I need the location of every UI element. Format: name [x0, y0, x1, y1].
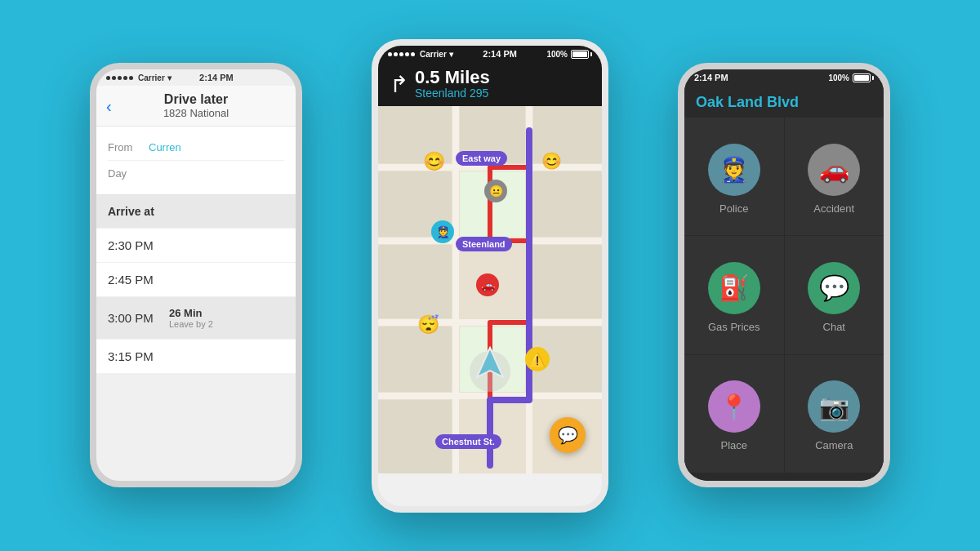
position-circle	[470, 351, 510, 392]
chat-icon: 💬	[819, 273, 849, 302]
street-name: Oak Land Blvd	[696, 94, 872, 111]
center-dot-5	[411, 52, 415, 56]
emoji-marker-5: 😴	[417, 314, 439, 335]
time-245: 2:45 PM	[108, 273, 169, 287]
turn-arrow-icon: ↱	[390, 71, 408, 98]
time-list: Arrive at 2:30 PM 2:45 PM 3:00 PM 26 Min…	[96, 195, 296, 374]
place-label: Place	[720, 439, 747, 451]
chat-icon-circle: 💬	[808, 262, 860, 314]
map-area: East way Steenland Chestnut St. 😊 😐 👮 🚗 …	[378, 106, 602, 473]
orange-btn-icon: 💬	[558, 425, 578, 445]
day-row[interactable]: Day	[108, 161, 284, 186]
signal-dot-3	[118, 76, 122, 80]
svg-rect-4	[378, 327, 452, 392]
left-status-bar: Carrier ▾ 2:14 PM	[96, 69, 296, 86]
from-label: From	[108, 141, 149, 153]
right-time: 2:14 PM	[694, 73, 728, 82]
place-icon: 📍	[719, 393, 749, 421]
left-header: ‹ Drive later 1828 National	[96, 86, 296, 127]
center-dot-1	[388, 52, 392, 56]
right-status-bar: 2:14 PM 100%	[684, 69, 884, 86]
carrier-label: Carrier	[138, 73, 165, 82]
emoji-marker-3: 👮	[431, 220, 454, 243]
gas-icon: ⛽	[719, 273, 749, 302]
center-dot-4	[405, 52, 409, 56]
center-dot-3	[399, 52, 403, 56]
accident-item[interactable]: 🚗 Accident	[785, 118, 884, 235]
camera-icon: 📷	[819, 393, 849, 421]
police-item[interactable]: 👮 Police	[684, 118, 784, 235]
emoji-marker-1: 😊	[423, 151, 445, 172]
time-row-315[interactable]: 3:15 PM	[96, 340, 296, 374]
camera-item[interactable]: 📷 Camera	[785, 355, 884, 473]
leave-by-label: Leave by 2	[169, 319, 213, 329]
from-row[interactable]: From Curren	[108, 135, 284, 161]
svg-rect-3	[378, 245, 452, 318]
time-row-300[interactable]: 3:00 PM 26 Min Leave by 2	[96, 297, 296, 340]
police-label: Police	[719, 202, 748, 215]
gas-icon-circle: ⛽	[708, 262, 760, 314]
signal-dot-1	[106, 76, 110, 80]
right-header: Oak Land Blvd	[684, 86, 884, 118]
time-315: 3:15 PM	[108, 349, 169, 363]
accident-icon: 🚗	[819, 155, 849, 184]
signal-dot-2	[112, 76, 116, 80]
camera-icon-circle: 📷	[808, 380, 860, 433]
time-row-230[interactable]: 2:30 PM	[96, 229, 296, 263]
nav-street: Steenland 295	[415, 87, 490, 100]
center-dot-2	[394, 52, 398, 56]
nav-distance: 0.5 Miles	[415, 69, 490, 87]
phones-container: Carrier ▾ 2:14 PM ‹ Drive later 1828 Nat…	[0, 0, 980, 551]
signal-dot-4	[123, 76, 127, 80]
emoji-marker-4: 🚗	[476, 273, 499, 296]
place-item[interactable]: 📍 Place	[684, 355, 784, 473]
center-battery-icon	[571, 50, 592, 59]
svg-rect-8	[533, 171, 602, 237]
police-icon: 👮	[719, 155, 749, 184]
center-carrier-signal: Carrier ▾	[388, 50, 453, 59]
time-row-245[interactable]: 2:45 PM	[96, 263, 296, 297]
svg-rect-9	[533, 245, 602, 318]
steenland-label: Steenland	[456, 237, 512, 251]
phone-left: Carrier ▾ 2:14 PM ‹ Drive later 1828 Nat…	[90, 63, 302, 487]
signal-dot-5	[129, 76, 133, 80]
orange-action-button[interactable]: 💬	[550, 417, 586, 453]
day-label: Day	[108, 167, 149, 180]
wifi-icon: ▾	[167, 73, 172, 82]
phone-center: Carrier ▾ 2:14 PM 100% ↱ 0.5 Miles Steen…	[372, 39, 608, 513]
right-battery-icon	[853, 73, 874, 82]
from-value: Curren	[149, 141, 181, 153]
time-230: 2:30 PM	[108, 238, 169, 252]
arrive-at-row[interactable]: Arrive at	[96, 195, 296, 229]
emoji-marker-2: 😐	[484, 180, 507, 202]
time-detail-300: 26 Min Leave by 2	[169, 307, 213, 329]
accident-icon-circle: 🚗	[808, 144, 860, 196]
carrier-signal: Carrier ▾	[106, 73, 172, 82]
gas-prices-label: Gas Prices	[708, 321, 760, 333]
right-battery-pct: 100%	[828, 73, 849, 82]
left-form: From Curren Day	[96, 127, 296, 195]
phone-right: 2:14 PM 100% Oak Land Blvd 👮	[678, 63, 890, 487]
center-time: 2:14 PM	[483, 49, 517, 59]
east-way-label: East way	[456, 151, 507, 166]
mins-label: 26 Min	[169, 307, 213, 319]
arrive-at-label: Arrive at	[108, 205, 169, 218]
center-carrier-label: Carrier	[420, 50, 447, 59]
police-icon-circle: 👮	[708, 144, 760, 196]
accident-label: Accident	[813, 202, 854, 215]
center-wifi-icon: ▾	[449, 50, 453, 59]
chat-item[interactable]: 💬 Chat	[785, 236, 884, 353]
gas-prices-item[interactable]: ⛽ Gas Prices	[684, 236, 784, 353]
right-content: 2:14 PM 100% Oak Land Blvd 👮	[684, 69, 884, 481]
place-icon-circle: 📍	[708, 380, 760, 433]
time-300: 3:00 PM	[108, 311, 169, 325]
warning-marker: ⚠️	[525, 347, 550, 371]
right-grid: 👮 Police 🚗 Accident ⛽ Gas Prices	[684, 118, 884, 481]
emoji-marker-6: 😊	[541, 151, 562, 171]
center-status-bar: Carrier ▾ 2:14 PM 100%	[378, 46, 602, 62]
back-button[interactable]: ‹	[106, 96, 112, 115]
drive-later-title: Drive later	[164, 92, 228, 107]
camera-label: Camera	[815, 439, 853, 451]
address-subtitle: 1828 National	[163, 107, 229, 119]
chat-label: Chat	[823, 321, 845, 333]
